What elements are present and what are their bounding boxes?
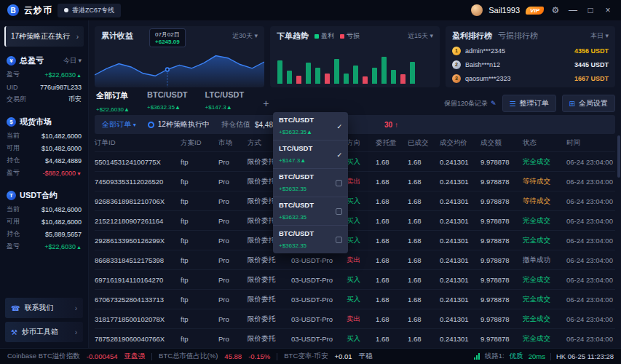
tooltip-date: 07月02日 bbox=[155, 31, 180, 39]
avatar[interactable] bbox=[471, 4, 483, 16]
dropdown-item-4[interactable]: BTC/USDT+$3632.35 bbox=[273, 226, 348, 253]
order-tab-1[interactable]: BTC/USDT+$3632.35▲ bbox=[146, 89, 189, 118]
sidebar-stat-row: 当前$10,482,6000 bbox=[7, 130, 82, 142]
strategies-running-label: 12种策略执行中 bbox=[148, 119, 210, 130]
sidebar-link-toolbox[interactable]: ⚒炒币工具箱› bbox=[5, 322, 83, 342]
cell: 9.978878 bbox=[480, 217, 523, 225]
cell: 1.68 bbox=[376, 315, 408, 323]
edit-icon[interactable]: ✎ bbox=[491, 100, 497, 107]
time-cell: 06-24 23:04:00 bbox=[566, 197, 615, 205]
status-metric-extra: 亚盘强 bbox=[124, 352, 146, 361]
cell: ftp bbox=[181, 197, 218, 205]
dropdown-pair-label: BTC/USDT bbox=[279, 173, 314, 181]
side-cell: 买入 bbox=[347, 197, 376, 206]
signal-bars-icon bbox=[474, 353, 480, 360]
stat-value: -$882,6000▼ bbox=[43, 170, 82, 177]
cell: 1.68 bbox=[376, 276, 408, 284]
order-id-cell: 866833184512175398 bbox=[95, 256, 181, 264]
cell: 0.241301 bbox=[440, 315, 480, 323]
dropdown-item-0[interactable]: BTC/USDT+$3632.35▲✓ bbox=[273, 112, 348, 141]
minimize-button[interactable]: — bbox=[567, 5, 579, 15]
order-id-cell: 670673252804133713 bbox=[95, 296, 181, 304]
section-title: 总盈亏 bbox=[20, 55, 44, 66]
divider bbox=[151, 353, 152, 360]
cell: 1.68 bbox=[376, 256, 408, 264]
username: Sail1993 bbox=[489, 6, 520, 15]
cell: 1.68 bbox=[376, 237, 408, 245]
table-row[interactable]: 92683618981210706XftpPro限价委托03-USDT-Pro买… bbox=[95, 191, 615, 210]
dropdown-pair-value: +$3632.35 bbox=[279, 186, 306, 192]
order-id-cell: 31817718500102078X bbox=[95, 315, 181, 323]
ranking-row[interactable]: 1admin***23454356 USDT bbox=[452, 44, 609, 58]
cell: 0.241301 bbox=[440, 335, 480, 343]
tab-pnl-value: +$3632.35▲ bbox=[147, 104, 181, 111]
win-bar bbox=[381, 57, 387, 84]
line-badge[interactable]: 香港ZC67专线 bbox=[58, 4, 121, 17]
profit-range-select[interactable]: 近30天 ▾ bbox=[232, 31, 258, 41]
table-row[interactable]: 670673252804133713ftpPro限价委托03-USDT-Pro买… bbox=[95, 289, 615, 309]
organize-orders-button[interactable]: ☰ 整理订单 bbox=[502, 95, 556, 112]
dropdown-item-3[interactable]: BTC/USDT+$3632.35 bbox=[273, 197, 348, 226]
table-row[interactable]: 697161914110164270ftpPro限价委托03-USDT-Pro买… bbox=[95, 269, 615, 289]
status-metric-extra: -0.15% bbox=[248, 352, 270, 360]
column-header: 状态 bbox=[523, 138, 566, 148]
settings-gear-icon[interactable]: ⚙ bbox=[550, 5, 561, 15]
tab-loss-ranking[interactable]: 亏损排行榜 bbox=[498, 31, 538, 41]
app-logo-icon: B bbox=[7, 4, 19, 16]
ranking-row[interactable]: 3qaosum***23231667 USDT bbox=[452, 71, 609, 85]
sidebar-link-contact-us[interactable]: ☎联系我们› bbox=[5, 298, 83, 318]
chevron-right-icon: › bbox=[75, 328, 77, 336]
table-row[interactable]: 5501453124100775XftpPro限价委托03-USDT-Pro买入… bbox=[95, 151, 615, 171]
global-settings-button[interactable]: ⊞ 全局设置 bbox=[562, 95, 615, 112]
strategy-banner[interactable]: 17种策略正在执行 › bbox=[4, 26, 84, 47]
stat-label: UID bbox=[7, 84, 18, 91]
dropdown-item-2[interactable]: BTC/USDT+$3632.35 bbox=[273, 169, 348, 197]
tab-profit-ranking[interactable]: 盈利排行榜 bbox=[452, 31, 492, 41]
time-cell: 06-24 23:04:00 bbox=[566, 237, 615, 245]
time-cell: 06-24 23:04:00 bbox=[566, 217, 615, 225]
cell: 9.978878 bbox=[480, 276, 523, 284]
maximize-button[interactable]: □ bbox=[585, 5, 596, 15]
table-row[interactable]: 745093353112026520ftpPro限价委托03-USDT-Pro卖… bbox=[95, 171, 615, 191]
order-tab-0[interactable]: 全部订单+$22,6030▲ bbox=[95, 89, 131, 118]
cell: 1.68 bbox=[408, 315, 440, 323]
cell: Pro bbox=[218, 197, 248, 205]
close-button[interactable]: × bbox=[602, 5, 614, 15]
grid-icon: ⊞ bbox=[569, 100, 575, 108]
dropdown-item-1[interactable]: LTC/USDT+$147.3▲✓ bbox=[273, 141, 348, 169]
win-bar bbox=[410, 62, 415, 84]
table-row[interactable]: 29286133950126299XftpPro限价委托03-USDT-Pro买… bbox=[95, 230, 615, 250]
order-tab-2[interactable]: LTC/USDT+$147.3▲ bbox=[204, 89, 246, 118]
line-quality: 优质 bbox=[510, 352, 523, 361]
table-row[interactable]: 31817718500102078XftpPro限价委托03-USDT-Pro卖… bbox=[95, 309, 615, 328]
add-tab-button[interactable]: + bbox=[260, 98, 272, 109]
win-bar bbox=[344, 74, 349, 84]
cell: 限价委托 bbox=[248, 275, 291, 285]
time-cell: 06-24 23:04:00 bbox=[566, 256, 615, 264]
ranking-range-select[interactable]: 本日 ▾ bbox=[590, 31, 609, 41]
win-bar bbox=[334, 59, 339, 84]
sidebar-link-label: 炒币工具箱 bbox=[22, 327, 58, 337]
order-filter-select[interactable]: 全部订单 ▾ bbox=[102, 119, 136, 130]
win-bar bbox=[315, 68, 320, 84]
period-select[interactable]: 今日 ▾ bbox=[63, 56, 82, 66]
time-cell: 06-24 23:04:00 bbox=[566, 335, 615, 343]
side-cell: 卖出 bbox=[347, 314, 376, 324]
status-metric-label: BTC总市值占比(%) bbox=[159, 352, 218, 361]
table-row[interactable]: 78752819060040766XftpPro限价委托03-USDT-Pro买… bbox=[95, 328, 615, 348]
cell: 1.68 bbox=[408, 256, 440, 264]
checkbox-empty-icon bbox=[336, 180, 342, 186]
dropdown-pair-value: +$3632.35▲ bbox=[279, 129, 312, 135]
tab-label: LTC/USDT bbox=[205, 90, 245, 99]
ranking-row[interactable]: 2Baish***n123445 USDT bbox=[452, 58, 609, 71]
win-legend-icon bbox=[315, 34, 319, 39]
cell: 0.241301 bbox=[440, 178, 480, 186]
table-row[interactable]: 866833184512175398ftpPro限价委托03-USDT-Pro卖… bbox=[95, 250, 615, 269]
column-header: 方案ID bbox=[181, 138, 218, 148]
table-scrollbar[interactable] bbox=[617, 135, 620, 178]
column-header: 成交均价 bbox=[440, 138, 480, 148]
table-row[interactable]: 215212180907261164ftpPro限价委托03-USDT-Pro买… bbox=[95, 210, 615, 230]
trend-range-select[interactable]: 近15天 ▾ bbox=[408, 31, 433, 41]
dropdown-pair-label: LTC/USDT bbox=[279, 144, 312, 152]
win-bar bbox=[306, 63, 311, 84]
